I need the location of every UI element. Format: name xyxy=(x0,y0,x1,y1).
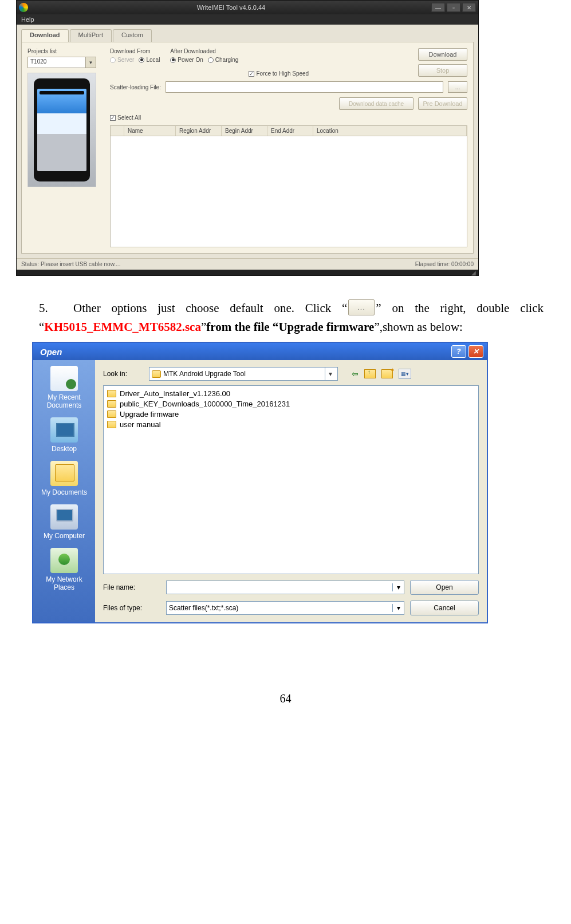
column-name[interactable]: Name xyxy=(124,126,176,136)
list-item[interactable]: public_KEY_Downloads_1000000_Time_201612… xyxy=(107,400,475,408)
new-folder-icon[interactable] xyxy=(381,369,393,378)
open-button[interactable]: Open xyxy=(410,580,479,595)
tab-custom[interactable]: Custom xyxy=(113,29,152,42)
column-region-addr[interactable]: Region Addr xyxy=(176,126,222,136)
inline-browse-button-icon: ... xyxy=(348,299,375,315)
filetype-label: Files of type: xyxy=(103,604,160,612)
filename-input[interactable]: ▾ xyxy=(166,581,404,594)
resize-grip-icon[interactable]: ◢ xyxy=(471,270,476,275)
titlebar[interactable]: WriteIMEI Tool v4.6.0.44 — ▫ ✕ xyxy=(17,1,478,14)
help-button[interactable]: ? xyxy=(451,345,466,358)
download-button[interactable]: Download xyxy=(418,48,467,61)
device-preview-image xyxy=(27,73,96,187)
view-menu-icon[interactable]: ▦▾ xyxy=(399,369,411,379)
app-logo-icon xyxy=(19,3,28,12)
place-network[interactable]: My Network Places xyxy=(37,548,92,591)
statusbar: Status: Please insert USB cable now.... … xyxy=(17,258,478,270)
step-number: 5. xyxy=(39,299,73,318)
maximize-button[interactable]: ▫ xyxy=(447,3,460,12)
file-list[interactable]: Driver_Auto_Installer_v1.1236.00 public_… xyxy=(103,385,479,574)
place-documents[interactable]: My Documents xyxy=(37,461,92,496)
browse-button[interactable]: ... xyxy=(448,81,467,93)
column-end-addr[interactable]: End Addr xyxy=(267,126,313,136)
computer-icon xyxy=(50,504,78,530)
open-dialog-title: Open xyxy=(37,347,449,357)
place-computer[interactable]: My Computer xyxy=(37,504,92,540)
download-panel: Projects list T1020 ▼ Download From xyxy=(21,42,474,254)
desktop-icon xyxy=(50,417,78,443)
radio-local[interactable]: Local xyxy=(139,57,160,63)
download-data-cache-button: Download data cache xyxy=(339,97,414,110)
menubar: Help xyxy=(17,14,478,25)
folder-icon xyxy=(107,421,116,428)
place-desktop[interactable]: Desktop xyxy=(37,417,92,453)
tab-multiport[interactable]: MultiPort xyxy=(70,29,112,42)
projects-list-label: Projects list xyxy=(27,48,102,54)
places-bar: My Recent Documents Desktop My Documents… xyxy=(33,360,95,622)
after-downloaded-label: After Downloaded xyxy=(170,48,238,54)
column-begin-addr[interactable]: Begin Addr xyxy=(222,126,267,136)
chevron-down-icon[interactable]: ▾ xyxy=(392,604,404,612)
scatter-file-label: Scatter-loading File: xyxy=(110,84,161,90)
folder-icon xyxy=(107,400,116,408)
tabstrip: Download MultiPort Custom xyxy=(21,29,474,42)
tab-download[interactable]: Download xyxy=(21,29,69,42)
partition-table: Name Region Addr Begin Addr End Addr Loc… xyxy=(110,125,467,247)
open-file-dialog: Open ? ✕ My Recent Documents Desktop My … xyxy=(32,342,488,623)
cancel-button[interactable]: Cancel xyxy=(410,601,479,615)
scatter-filename-text: KH5015_EMMC_MT6582.sca xyxy=(44,320,201,334)
elapsed-time: Elapsed time: 00:00:00 xyxy=(415,261,474,267)
stop-button: Stop xyxy=(418,64,467,77)
after-downloaded-group: After Downloaded Power On Charging xyxy=(170,48,238,63)
list-item[interactable]: Driver_Auto_Installer_v1.1236.00 xyxy=(107,389,475,398)
minimize-button[interactable]: — xyxy=(431,3,445,12)
select-all-checkbox[interactable]: ✓Select All xyxy=(110,114,467,121)
recent-documents-icon xyxy=(50,366,78,391)
scatter-file-input[interactable] xyxy=(166,81,443,93)
up-one-level-icon[interactable] xyxy=(364,369,376,378)
folder-icon xyxy=(107,390,116,397)
status-text: Status: Please insert USB cable now.... xyxy=(21,261,120,267)
close-button[interactable]: ✕ xyxy=(462,3,476,12)
network-icon xyxy=(50,548,78,573)
folder-icon xyxy=(152,370,161,378)
pre-download-button: Pre Download xyxy=(418,97,467,110)
force-high-speed-checkbox[interactable]: ✓Force to High Speed xyxy=(249,70,309,77)
chevron-down-icon: ▼ xyxy=(85,57,96,68)
page-number: 64 xyxy=(16,692,555,705)
menu-help[interactable]: Help xyxy=(21,16,34,23)
column-check xyxy=(111,126,124,136)
chevron-down-icon[interactable]: ▾ xyxy=(392,583,404,591)
list-item[interactable]: Upgrade firmware xyxy=(107,410,475,418)
download-from-group: Download From Server Local xyxy=(110,48,160,63)
close-button[interactable]: ✕ xyxy=(468,345,483,358)
chevron-down-icon: ▾ xyxy=(325,368,335,380)
radio-power-on[interactable]: Power On xyxy=(170,57,203,63)
documents-icon xyxy=(50,461,78,486)
folder-icon xyxy=(107,410,116,418)
download-from-label: Download From xyxy=(110,48,160,54)
look-in-label: Look in: xyxy=(103,370,143,378)
place-recent[interactable]: My Recent Documents xyxy=(37,366,92,409)
projects-combo[interactable]: T1020 ▼ xyxy=(27,57,96,68)
radio-charging[interactable]: Charging xyxy=(208,57,239,63)
column-location[interactable]: Location xyxy=(313,126,467,136)
writeimei-tool-window: WriteIMEI Tool v4.6.0.44 — ▫ ✕ Help Down… xyxy=(16,0,479,276)
look-in-combo[interactable]: MTK Android Upgrade Tool ▾ xyxy=(149,367,338,381)
projects-combo-value: T1020 xyxy=(28,57,85,68)
list-item[interactable]: user manual xyxy=(107,420,475,429)
open-dialog-titlebar[interactable]: Open ? ✕ xyxy=(33,343,487,360)
filetype-combo[interactable]: Scatter files(*.txt;*.sca) ▾ xyxy=(166,601,404,615)
window-title: WriteIMEI Tool v4.6.0.44 xyxy=(33,4,430,11)
radio-server[interactable]: Server xyxy=(110,57,134,63)
look-in-value: MTK Android Upgrade Tool xyxy=(163,370,325,378)
filename-label: File name: xyxy=(103,583,160,591)
instruction-step-5: 5.Other options just choose default one.… xyxy=(16,299,555,336)
back-icon[interactable]: ⇦ xyxy=(352,369,359,378)
